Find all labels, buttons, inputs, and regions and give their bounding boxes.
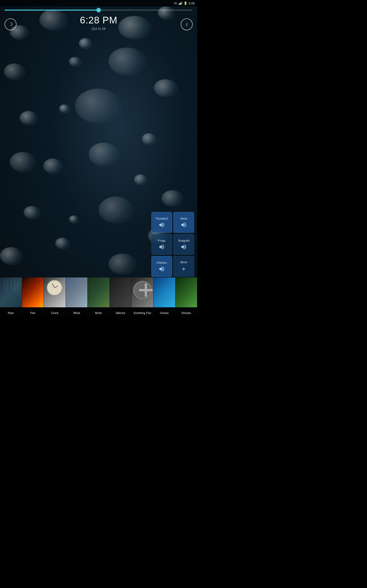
signal-bars	[179, 2, 182, 5]
silence-thumb[interactable]: Silence	[110, 277, 132, 317]
silence-thumb-bg	[110, 277, 131, 307]
frogs-button[interactable]: Frogs	[151, 234, 172, 255]
wind-thumb-label: Wind	[66, 310, 88, 317]
signal-label: 3G	[174, 2, 177, 5]
fire-thumb[interactable]: Fire	[22, 277, 44, 317]
ocean-thumb-bg	[153, 277, 175, 307]
chimes-button[interactable]: Chimes	[151, 256, 172, 277]
clock-label: Clock	[44, 310, 66, 317]
sleep-timer: Zzz in 29	[92, 27, 106, 31]
status-time: 6:28	[189, 2, 194, 5]
bottom-strip: Rain Fire Clock Wind Birds Silence	[0, 277, 197, 317]
ocean-label: Ocean	[153, 310, 175, 317]
battery-icon: 🔋	[184, 1, 187, 5]
fan-label: Soothing Fan	[131, 310, 153, 317]
wind-thumb[interactable]: Wind	[66, 277, 88, 317]
stream-thumb[interactable]: Stream	[175, 277, 198, 317]
clock-thumb-bg	[44, 277, 66, 307]
ocean-thumb[interactable]: Ocean	[153, 277, 175, 317]
wind-sound-button[interactable]: Wind	[173, 212, 194, 233]
chimes-label: Chimes	[157, 261, 167, 264]
seagulls-button[interactable]: Seagulls	[173, 234, 194, 255]
wind-label: Wind	[180, 217, 187, 220]
slider-track	[5, 10, 193, 10]
birds-thumb[interactable]: Birds	[88, 277, 110, 317]
seagulls-label: Seagulls	[178, 239, 190, 242]
moon-icon: ☽	[8, 21, 13, 27]
stream-thumb-bg	[175, 277, 197, 307]
clock-thumb[interactable]: Clock	[44, 277, 66, 317]
speaker-icon	[158, 222, 165, 228]
speaker-icon	[181, 222, 187, 228]
sound-panel: Thunder2 Wind Frogs Seagulls	[151, 212, 194, 277]
top-overlay: 6:28 PM Zzz in 29 ☽ i	[0, 6, 197, 31]
status-bar: 3G 🔋 6:28	[0, 0, 197, 6]
fire-thumb-bg	[22, 277, 44, 307]
rain-deco	[1, 279, 21, 304]
frogs-label: Frogs	[158, 239, 165, 242]
time-section: 6:28 PM Zzz in 29	[5, 15, 193, 31]
rain-thumb-bg	[0, 277, 22, 307]
rain-thumb[interactable]: Rain	[0, 277, 22, 317]
thunder2-button[interactable]: Thunder2	[151, 212, 172, 233]
slider-thumb[interactable]	[97, 8, 101, 12]
birds-label: Birds	[88, 310, 109, 317]
info-icon: i	[186, 21, 187, 27]
info-button[interactable]: i	[181, 18, 193, 30]
speaker-icon	[158, 244, 165, 250]
fire-label: Fire	[22, 310, 44, 317]
birds-thumb-bg	[88, 277, 109, 307]
fan-thumb-bg	[131, 277, 153, 307]
more-button[interactable]: More +	[173, 256, 194, 277]
thunder2-label: Thunder2	[155, 217, 168, 220]
fan-thumb[interactable]: Soothing Fan	[131, 277, 153, 317]
speaker-icon	[181, 244, 187, 250]
wind-thumb-bg	[66, 277, 88, 307]
clock-face-deco	[47, 280, 63, 296]
more-label: More	[180, 260, 187, 264]
silence-label: Silence	[110, 310, 131, 317]
rain-label: Rain	[0, 310, 22, 317]
volume-slider[interactable]	[5, 9, 193, 11]
clock-display: 6:28 PM	[80, 15, 117, 26]
fan-deco	[133, 281, 152, 299]
slider-fill	[5, 10, 99, 10]
moon-button[interactable]: ☽	[5, 18, 17, 30]
stream-label: Stream	[175, 310, 197, 317]
speaker-icon	[158, 266, 165, 272]
plus-icon: +	[182, 265, 186, 273]
